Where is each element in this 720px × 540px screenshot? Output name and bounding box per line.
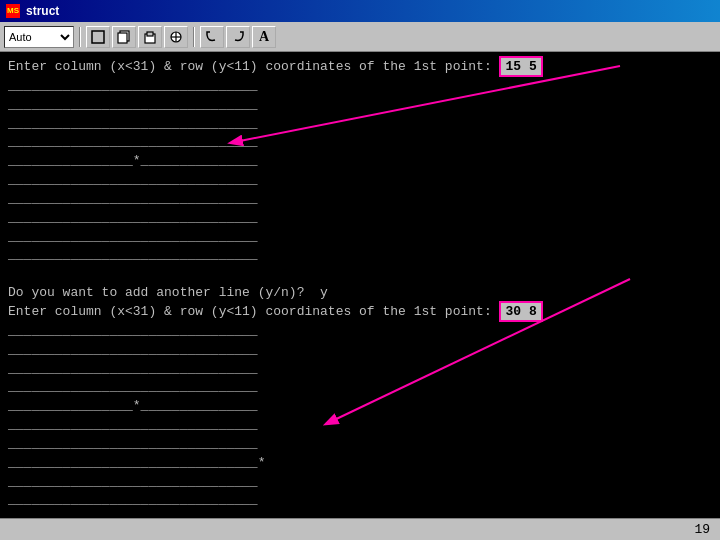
dash-line-14: ________________________________ xyxy=(8,378,712,397)
status-bar: 19 xyxy=(0,518,720,540)
select-rect-button[interactable] xyxy=(86,26,110,48)
text-button[interactable]: A xyxy=(252,26,276,48)
toolbar-separator-2 xyxy=(193,27,195,47)
dash-line-17: ________________________________ xyxy=(8,435,712,454)
app-icon: MS xyxy=(6,4,20,18)
dash-line-2: ________________________________ xyxy=(8,96,712,115)
copy-button[interactable] xyxy=(112,26,136,48)
dash-line-15-cross: ________________*_______________ xyxy=(8,397,712,416)
dash-line-4: ________________________________ xyxy=(8,133,712,152)
title-bar: MS struct xyxy=(0,0,720,22)
dash-line-13: ________________________________ xyxy=(8,360,712,379)
blank-line-2 xyxy=(8,510,712,518)
redo-button[interactable] xyxy=(226,26,250,48)
dash-line-19: ________________________________ xyxy=(8,473,712,492)
undo-button[interactable] xyxy=(200,26,224,48)
paste-button[interactable] xyxy=(138,26,162,48)
dash-line-7: ________________________________ xyxy=(8,190,712,209)
window-title: struct xyxy=(26,4,59,18)
svg-rect-4 xyxy=(147,32,153,36)
dash-line-1: ________________________________ xyxy=(8,77,712,96)
svg-rect-2 xyxy=(118,33,127,43)
dash-line-5-cross: ________________*_______________ xyxy=(8,152,712,171)
move-button[interactable] xyxy=(164,26,188,48)
console-area: Enter column (x<31) & row (y<11) coordin… xyxy=(0,52,720,518)
dash-line-3: ________________________________ xyxy=(8,115,712,134)
dash-line-9: ________________________________ xyxy=(8,228,712,247)
blank-line-1 xyxy=(8,265,712,284)
dash-line-6: ________________________________ xyxy=(8,171,712,190)
coord-highlight-2: 30 8 xyxy=(499,301,542,322)
add-line-prompt-1: Do you want to add another line (y/n)? y xyxy=(8,284,712,303)
dash-line-11: ________________________________ xyxy=(8,322,712,341)
toolbar: Auto Manual xyxy=(0,22,720,52)
toolbar-separator-1 xyxy=(79,27,81,47)
auto-dropdown[interactable]: Auto Manual xyxy=(4,26,74,48)
page-number: 19 xyxy=(694,522,710,537)
dash-line-16: ________________________________ xyxy=(8,416,712,435)
dash-line-20: ________________________________ xyxy=(8,491,712,510)
svg-rect-0 xyxy=(92,31,104,43)
dash-line-8: ________________________________ xyxy=(8,209,712,228)
dash-line-10: ________________________________ xyxy=(8,246,712,265)
coord-highlight-1: 15 5 xyxy=(499,56,542,77)
dash-line-12: ________________________________ xyxy=(8,341,712,360)
prompt-line-1: Enter column (x<31) & row (y<11) coordin… xyxy=(8,58,712,77)
dash-line-18-cross: ________________________________* xyxy=(8,454,712,473)
prompt-line-2: Enter column (x<31) & row (y<11) coordin… xyxy=(8,303,712,322)
